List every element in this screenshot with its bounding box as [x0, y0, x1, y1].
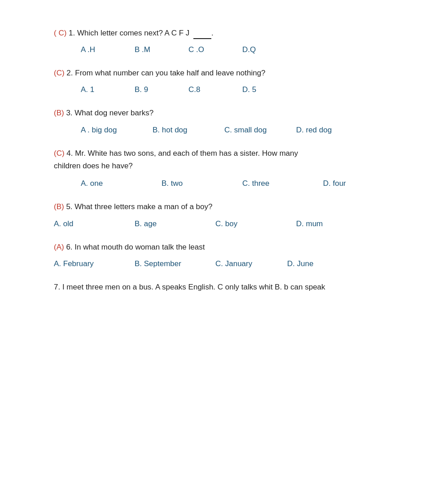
q1-option-b: B .M: [135, 45, 188, 54]
q6-number: 6.: [66, 243, 72, 251]
q4-text: (C) 4. Mr. White has two sons, and each …: [54, 147, 388, 173]
q6-option-c: C. January: [215, 259, 287, 268]
q7-body: I meet three men on a bus. A speaks Engl…: [62, 283, 325, 291]
q1-option-d: D.Q: [242, 45, 296, 54]
question-1: ( C) 1. Which letter comes next? A C F J…: [54, 27, 388, 54]
q4-number: 4.: [66, 149, 73, 158]
q3-body: What dog never barks?: [74, 109, 153, 117]
q4-line1: Mr. White has two sons, and each of them…: [75, 149, 298, 158]
q2-body: From what number can you take half and l…: [75, 69, 265, 77]
q7-number: 7.: [54, 283, 60, 291]
q3-options: A . big dog B. hot dog C. small dog D. r…: [54, 126, 388, 135]
q5-body: What three letters make a man of a boy?: [74, 202, 212, 211]
q2-text: (C) 2. From what number can you take hal…: [54, 67, 388, 79]
q5-text: (B) 5. What three letters make a man of …: [54, 201, 388, 213]
q2-option-b: B. 9: [135, 85, 188, 94]
q3-text: (B) 3. What dog never barks?: [54, 107, 388, 119]
q4-line2: children does he have?: [54, 162, 133, 170]
q6-answer-label: (A): [54, 243, 64, 251]
q3-option-d: D. red dog: [296, 126, 368, 135]
q1-number: 1.: [69, 29, 75, 37]
question-4: (C) 4. Mr. White has two sons, and each …: [54, 147, 388, 188]
q5-option-a: A. old: [54, 219, 135, 228]
question-3: (B) 3. What dog never barks? A . big dog…: [54, 107, 388, 134]
q1-text: ( C) 1. Which letter comes next? A C F J…: [54, 27, 388, 39]
question-6: (A) 6. In what mouth do woman talk the l…: [54, 241, 388, 268]
q5-option-d: D. mum: [296, 219, 377, 228]
q1-option-a: A .H: [81, 45, 135, 54]
q5-option-c: C. boy: [215, 219, 296, 228]
q6-option-b: B. September: [135, 259, 215, 268]
q1-blank: [193, 38, 211, 39]
q3-option-c: C. small dog: [224, 126, 296, 135]
q6-text: (A) 6. In what mouth do woman talk the l…: [54, 241, 388, 253]
q1-options: A .H B .M C .O D.Q: [54, 45, 388, 54]
q3-answer-label: (B): [54, 109, 64, 117]
q4-option-c: C. three: [242, 179, 323, 188]
q1-body: Which letter comes next? A C F J: [77, 29, 189, 37]
q4-option-b: B. two: [162, 179, 242, 188]
q7-text: 7. I meet three men on a bus. A speaks E…: [54, 281, 388, 293]
q4-option-d: D. four: [323, 179, 404, 188]
q3-option-a: A . big dog: [81, 126, 153, 135]
q5-answer-label: (B): [54, 202, 64, 211]
q5-options: A. old B. age C. boy D. mum: [54, 219, 388, 228]
q2-number: 2.: [66, 69, 73, 77]
question-7: 7. I meet three men on a bus. A speaks E…: [54, 281, 388, 293]
q4-option-a: A. one: [81, 179, 162, 188]
question-5: (B) 5. What three letters make a man of …: [54, 201, 388, 228]
q3-number: 3.: [66, 109, 72, 117]
q6-option-a: A. February: [54, 259, 135, 268]
q6-option-d: D. June: [287, 259, 359, 268]
page: ( C) 1. Which letter comes next? A C F J…: [0, 0, 424, 504]
q5-number: 5.: [66, 202, 72, 211]
question-2: (C) 2. From what number can you take hal…: [54, 67, 388, 94]
q6-options: A. February B. September C. January D. J…: [54, 259, 388, 268]
q5-option-b: B. age: [135, 219, 215, 228]
q3-option-b: B. hot dog: [153, 126, 224, 135]
q2-options: A. 1 B. 9 C.8 D. 5: [54, 85, 388, 94]
q2-option-c: C.8: [188, 85, 242, 94]
q2-option-a: A. 1: [81, 85, 135, 94]
q1-period: .: [211, 29, 214, 37]
q4-options: A. one B. two C. three D. four: [54, 179, 388, 188]
q6-body: In what mouth do woman talk the least: [74, 243, 205, 251]
q2-answer-label: (C): [54, 69, 65, 77]
q2-option-d: D. 5: [242, 85, 296, 94]
q4-answer-label: (C): [54, 149, 65, 158]
q1-option-c: C .O: [188, 45, 242, 54]
q1-answer-label: ( C): [54, 29, 66, 37]
